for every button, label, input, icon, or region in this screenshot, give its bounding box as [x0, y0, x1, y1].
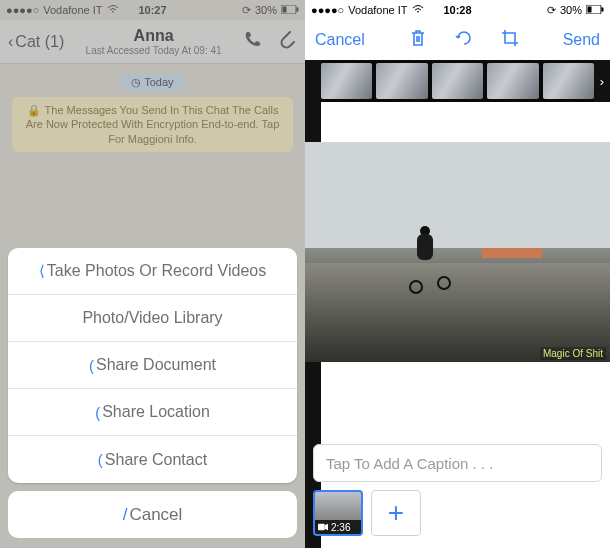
action-share-location[interactable]: (Share Location	[8, 389, 297, 436]
trash-icon[interactable]	[408, 28, 428, 53]
location-icon: (	[95, 404, 100, 421]
media-send-screen: ●●●●○ Vodafone IT 10:28 ⟳ 30% Cancel	[305, 0, 610, 548]
svg-rect-6	[318, 524, 325, 531]
filmstrip-frame	[321, 63, 372, 99]
send-button[interactable]: Send	[563, 31, 600, 49]
action-label: Share Location	[102, 403, 210, 421]
video-watermark: Magic Of Shit	[540, 347, 606, 360]
cancel-icon: /	[123, 505, 128, 525]
caption-input[interactable]	[313, 444, 602, 482]
video-trim-filmstrip[interactable]: ‹ ›	[305, 60, 610, 102]
action-label: Share Contact	[105, 451, 207, 469]
action-share-contact[interactable]: (Share Contact	[8, 436, 297, 483]
status-bar-right: ●●●●○ Vodafone IT 10:28 ⟳ 30%	[305, 0, 610, 20]
whatsapp-chat-screen: ●●●●○ Vodafone IT 10:27 ⟳ 30% ‹ Cat (1) …	[0, 0, 305, 548]
preview-barrier	[482, 248, 542, 258]
crop-icon[interactable]	[500, 28, 520, 53]
trim-handle-right[interactable]: ›	[594, 60, 610, 102]
filmstrip-frame	[487, 63, 538, 99]
action-label: Share Document	[96, 356, 216, 374]
action-share-document[interactable]: (Share Document	[8, 342, 297, 389]
video-preview[interactable]: Magic Of Shit	[305, 142, 610, 362]
preview-motorcycle	[409, 234, 443, 294]
plus-icon: +	[388, 497, 404, 529]
caption-row	[313, 444, 602, 482]
action-label: Photo/Video Library	[82, 309, 222, 327]
action-label: Take Photos Or Record Videos	[47, 262, 266, 280]
action-sheet-options: ⟨Take Photos Or Record Videos Photo/Vide…	[8, 248, 297, 483]
cancel-button[interactable]: Cancel	[315, 31, 365, 49]
filmstrip-frame	[376, 63, 427, 99]
selected-video-thumbnail[interactable]: 2:36	[313, 490, 363, 536]
action-take-photo-video[interactable]: ⟨Take Photos Or Record Videos	[8, 248, 297, 295]
camera-icon: ⟨	[39, 262, 45, 280]
action-cancel-button[interactable]: /Cancel	[8, 491, 297, 538]
rotate-icon[interactable]	[454, 28, 474, 53]
add-media-button[interactable]: +	[371, 490, 421, 536]
filmstrip-frame	[543, 63, 594, 99]
video-icon	[318, 523, 328, 531]
contact-icon: (	[98, 451, 103, 468]
video-duration: 2:36	[331, 522, 350, 533]
media-thumbnail-bar: 2:36 +	[305, 488, 610, 538]
attachment-action-sheet: ⟨Take Photos Or Record Videos Photo/Vide…	[8, 248, 297, 538]
editor-toolbar: Cancel Send	[305, 20, 610, 60]
action-photo-video-library[interactable]: Photo/Video Library	[8, 295, 297, 342]
clock-label: 10:28	[305, 4, 610, 16]
filmstrip-frame	[432, 63, 483, 99]
document-icon: (	[89, 357, 94, 374]
cancel-label: Cancel	[129, 505, 182, 525]
